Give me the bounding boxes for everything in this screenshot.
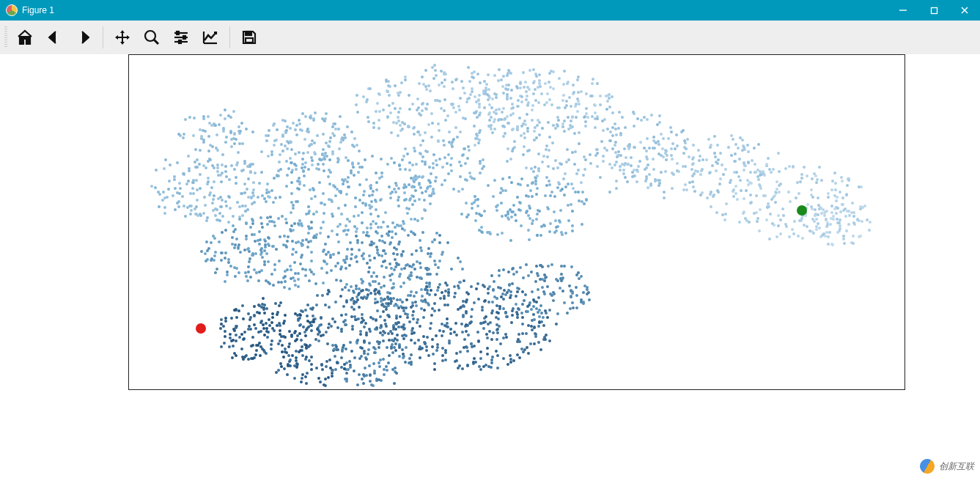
home-button[interactable] bbox=[10, 23, 40, 52]
scatter-point bbox=[563, 130, 566, 133]
configure-subplots-button[interactable] bbox=[166, 23, 196, 52]
scatter-point bbox=[325, 155, 328, 158]
scatter-point bbox=[328, 198, 331, 201]
scatter-point bbox=[709, 193, 712, 196]
scatter-point bbox=[288, 287, 291, 290]
scatter-point bbox=[732, 190, 734, 193]
scatter-point bbox=[527, 352, 530, 355]
scatter-point bbox=[495, 304, 498, 307]
scatter-point bbox=[407, 294, 410, 297]
scatter-point bbox=[488, 111, 491, 114]
scatter-point bbox=[594, 111, 597, 114]
scatter-point bbox=[541, 286, 544, 289]
scatter-point bbox=[432, 166, 435, 169]
scatter-point bbox=[313, 235, 316, 238]
scatter-point bbox=[830, 188, 833, 191]
scatter-point bbox=[551, 141, 554, 144]
scatter-point bbox=[461, 367, 464, 370]
scatter-point bbox=[371, 194, 374, 196]
scatter-point bbox=[401, 348, 404, 351]
scatter-point bbox=[238, 218, 241, 221]
scatter-point bbox=[521, 303, 524, 306]
scatter-point bbox=[811, 218, 814, 221]
scatter-point bbox=[389, 192, 392, 195]
scatter-point bbox=[520, 95, 523, 98]
scatter-point bbox=[602, 129, 605, 132]
scatter-point bbox=[356, 111, 359, 114]
scatter-point bbox=[260, 171, 263, 174]
scatter-point bbox=[251, 130, 254, 133]
scatter-point bbox=[541, 127, 544, 130]
scatter-point bbox=[306, 320, 309, 323]
scatter-point bbox=[363, 190, 366, 193]
scatter-point bbox=[829, 223, 832, 226]
scatter-point bbox=[202, 164, 205, 167]
scatter-point bbox=[385, 308, 388, 311]
back-button[interactable] bbox=[40, 23, 69, 52]
scatter-point bbox=[611, 126, 614, 129]
scatter-point bbox=[447, 291, 450, 294]
zoom-button[interactable] bbox=[137, 23, 166, 52]
scatter-point bbox=[570, 265, 573, 268]
scatter-point bbox=[309, 324, 312, 327]
scatter-point bbox=[191, 187, 194, 190]
scatter-point bbox=[497, 286, 500, 289]
scatter-point bbox=[253, 305, 256, 308]
scatter-point bbox=[426, 150, 429, 153]
edit-axis-button[interactable] bbox=[196, 23, 225, 52]
scatter-point bbox=[353, 369, 355, 372]
scatter-point bbox=[554, 219, 557, 222]
scatter-point bbox=[810, 188, 813, 191]
scatter-point bbox=[307, 168, 310, 171]
scatter-point bbox=[558, 106, 561, 109]
minimize-button[interactable] bbox=[888, 0, 918, 21]
scatter-point bbox=[350, 350, 353, 353]
scatter-point bbox=[539, 348, 542, 351]
scatter-point bbox=[393, 161, 396, 164]
scatter-point bbox=[575, 273, 578, 276]
scatter-point bbox=[297, 222, 300, 225]
scatter-point bbox=[389, 298, 392, 301]
save-button[interactable] bbox=[235, 23, 264, 52]
scatter-point bbox=[367, 271, 370, 273]
scatter-point bbox=[281, 133, 284, 136]
scatter-point bbox=[487, 73, 490, 76]
scatter-point bbox=[303, 174, 306, 177]
forward-button[interactable] bbox=[69, 23, 98, 52]
scatter-point bbox=[266, 336, 269, 339]
scatter-point bbox=[229, 265, 232, 268]
scatter-point bbox=[438, 234, 441, 237]
scatter-point bbox=[520, 134, 523, 137]
scatter-point bbox=[801, 237, 804, 240]
plot-axes[interactable] bbox=[128, 54, 905, 390]
scatter-point bbox=[531, 109, 534, 111]
scatter-point bbox=[405, 207, 408, 210]
scatter-point bbox=[516, 316, 519, 319]
scatter-point bbox=[337, 240, 340, 243]
toolbar-separator bbox=[229, 26, 230, 48]
scatter-point bbox=[362, 194, 365, 196]
scatter-point bbox=[537, 288, 539, 291]
scatter-point bbox=[730, 154, 733, 157]
scatter-point bbox=[444, 119, 447, 122]
scatter-point bbox=[206, 216, 209, 219]
scatter-point bbox=[530, 308, 533, 311]
scatter-point bbox=[438, 241, 441, 244]
scatter-point bbox=[433, 362, 436, 365]
scatter-point bbox=[189, 213, 192, 216]
scatter-point bbox=[473, 125, 476, 128]
scatter-point bbox=[531, 290, 534, 293]
scatter-point bbox=[563, 194, 566, 196]
scatter-point bbox=[504, 333, 507, 336]
scatter-point bbox=[322, 133, 325, 136]
scatter-point bbox=[435, 163, 438, 166]
close-button[interactable] bbox=[949, 0, 980, 21]
scatter-point bbox=[360, 278, 363, 281]
scatter-point bbox=[495, 297, 498, 300]
scatter-point bbox=[490, 358, 493, 361]
scatter-point bbox=[421, 176, 424, 179]
scatter-point bbox=[710, 144, 712, 147]
scatter-point bbox=[622, 169, 625, 172]
pan-button[interactable] bbox=[108, 23, 137, 52]
maximize-button[interactable] bbox=[918, 0, 949, 21]
